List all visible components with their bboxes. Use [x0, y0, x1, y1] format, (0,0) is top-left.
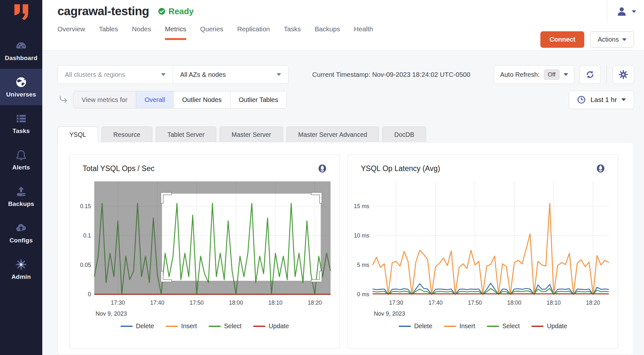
current-timestamp: Current Timestamp: Nov-09-2023 18:24:02 …	[289, 65, 494, 84]
tab-queries[interactable]: Queries	[200, 25, 223, 40]
sidebar-item-label: Backups	[8, 200, 34, 208]
check-circle-icon	[158, 7, 166, 15]
list-icon	[15, 113, 27, 125]
chevron-down-icon	[632, 10, 636, 13]
legend-select[interactable]: Select	[209, 322, 241, 330]
legend-swatch	[120, 326, 133, 327]
legend-update[interactable]: Update	[531, 322, 567, 330]
legend-swatch	[209, 326, 221, 327]
view-option-outlier-nodes[interactable]: Outlier Nodes	[173, 91, 230, 108]
tab-ysql[interactable]: YSQL	[57, 127, 98, 142]
chart-title: YSQL Op Latency (Avg)	[361, 164, 440, 173]
svg-text:17:50: 17:50	[468, 299, 482, 306]
chart-legend: Delete Insert Select Update	[70, 322, 340, 330]
metric-group-tabs: YSQL Resource Tablet Server Master Serve…	[57, 127, 634, 142]
legend-swatch	[253, 326, 265, 327]
svg-text:0: 0	[88, 291, 91, 298]
sidebar-item-label: Admin	[11, 273, 31, 280]
user-icon	[616, 6, 627, 17]
sidebar-item-configs[interactable]: Configs	[0, 215, 42, 251]
sidebar-item-label: Universes	[6, 91, 36, 98]
sidebar-item-label: Alerts	[12, 164, 30, 171]
chart-legend: Delete Insert Select Update	[348, 322, 618, 330]
svg-text:18:10: 18:10	[547, 299, 561, 306]
svg-text:0.15: 0.15	[80, 203, 91, 209]
legend-delete[interactable]: Delete	[120, 322, 154, 330]
clock-icon	[577, 95, 586, 104]
tab-tablet-server[interactable]: Tablet Server	[156, 127, 217, 142]
ops-chart-plot[interactable]: 17:3017:4017:5018:0018:1018:2000.050.10.…	[74, 178, 336, 322]
legend-update[interactable]: Update	[253, 322, 289, 330]
tab-tables[interactable]: Tables	[99, 25, 118, 40]
tab-backups[interactable]: Backups	[315, 25, 340, 40]
tab-master-server[interactable]: Master Server	[220, 127, 283, 142]
latency-chart-plot[interactable]: 17:3017:4017:5018:0018:1018:200 ms5 ms10…	[352, 178, 614, 322]
tab-overview[interactable]: Overview	[57, 25, 85, 40]
view-metrics-group: View metrics for Overall Outlier Nodes O…	[73, 91, 287, 108]
prometheus-icon[interactable]	[317, 163, 327, 174]
tab-nodes[interactable]: Nodes	[132, 25, 151, 40]
legend-swatch	[166, 326, 178, 327]
tab-docdb[interactable]: DocDB	[382, 127, 426, 142]
gear-icon	[618, 69, 629, 80]
sidebar-item-backups[interactable]: Backups	[0, 178, 42, 215]
legend-insert[interactable]: Insert	[444, 322, 475, 330]
svg-text:18:10: 18:10	[268, 299, 282, 306]
svg-text:18:20: 18:20	[586, 299, 600, 306]
view-option-outlier-tables[interactable]: Outlier Tables	[230, 91, 287, 108]
sidebar-item-universes[interactable]: Universes	[0, 69, 42, 105]
bell-icon	[15, 149, 27, 161]
tab-master-server-advanced[interactable]: Master Server Advanced	[286, 127, 379, 142]
tab-replication[interactable]: Replication	[237, 25, 270, 40]
tab-health[interactable]: Health	[354, 25, 373, 40]
actions-button[interactable]: Actions	[590, 31, 634, 48]
clusters-regions-select[interactable]: All clusters & regions	[57, 65, 173, 84]
page-header: cagrawal-testing Ready Overview Tables N…	[42, 0, 644, 51]
azs-nodes-select[interactable]: All AZs & nodes	[173, 65, 289, 84]
drive-upload-icon	[15, 186, 27, 198]
sidebar-item-tasks[interactable]: Tasks	[0, 105, 42, 142]
svg-text:17:40: 17:40	[150, 299, 164, 306]
user-menu[interactable]	[607, 0, 644, 23]
chevron-down-icon	[621, 98, 626, 101]
svg-text:17:30: 17:30	[389, 299, 403, 306]
sidebar-item-alerts[interactable]: Alerts	[0, 142, 42, 178]
hook-arrow-icon	[59, 95, 68, 105]
svg-text:Nov 9, 2023: Nov 9, 2023	[374, 310, 405, 317]
view-option-overall[interactable]: Overall	[136, 91, 173, 108]
legend-delete[interactable]: Delete	[399, 322, 432, 330]
legend-insert[interactable]: Insert	[166, 322, 197, 330]
refresh-button[interactable]	[579, 65, 601, 84]
tab-tasks[interactable]: Tasks	[284, 25, 301, 40]
auto-refresh-select[interactable]: Auto Refresh: Off	[494, 65, 574, 84]
chevron-down-icon	[622, 38, 627, 41]
connect-button[interactable]: Connect	[540, 31, 584, 48]
prometheus-icon[interactable]	[596, 163, 606, 174]
cloud-upload-icon	[15, 222, 27, 234]
svg-text:15 ms: 15 ms	[354, 203, 369, 209]
page-title: cagrawal-testing	[57, 5, 149, 18]
legend-swatch	[487, 326, 499, 327]
sidebar-item-label: Dashboard	[5, 55, 37, 62]
refresh-icon	[585, 69, 595, 80]
svg-text:18:20: 18:20	[308, 299, 322, 306]
auto-refresh-value: Off	[544, 69, 560, 80]
view-metrics-label: View metrics for	[73, 91, 136, 108]
tab-metrics[interactable]: Metrics	[165, 25, 186, 40]
legend-swatch	[531, 326, 544, 327]
time-range-select[interactable]: Last 1 hr	[569, 91, 634, 109]
sidebar-item-dashboard[interactable]: Dashboard	[0, 32, 42, 69]
sidebar-item-label: Configs	[9, 237, 33, 244]
settings-button[interactable]	[613, 65, 634, 84]
yugabyte-logo[interactable]	[0, 0, 42, 32]
globe-icon	[15, 76, 27, 88]
chevron-down-icon	[161, 73, 166, 76]
sidebar: Dashboard Universes Tasks Alerts Backups…	[0, 0, 42, 355]
legend-swatch	[444, 326, 456, 327]
sidebar-item-admin[interactable]: Admin	[0, 251, 42, 288]
chevron-down-icon	[277, 73, 281, 76]
legend-select[interactable]: Select	[487, 322, 520, 330]
sidebar-item-label: Tasks	[13, 127, 30, 135]
tab-resource[interactable]: Resource	[101, 127, 152, 142]
svg-text:5 ms: 5 ms	[357, 262, 369, 268]
